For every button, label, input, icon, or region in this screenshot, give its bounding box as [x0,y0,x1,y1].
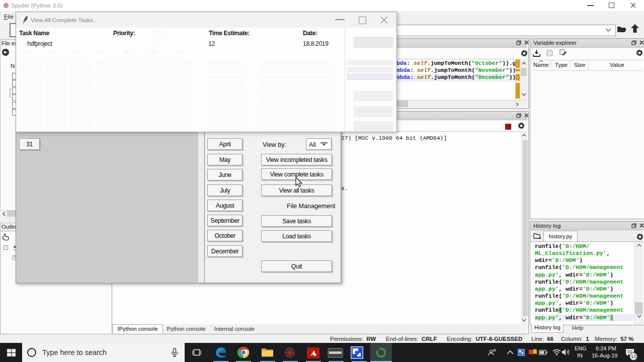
svg-text:13: 13 [631,354,636,359]
